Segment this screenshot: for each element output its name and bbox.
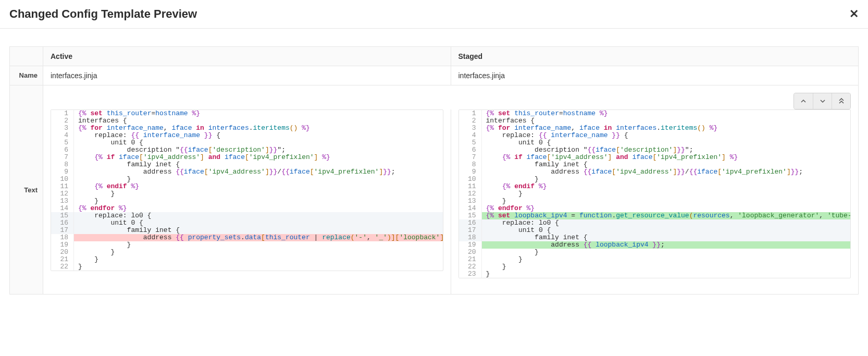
line-number: 3 [459, 125, 482, 132]
code-content: {% for interface_name, iface in interfac… [74, 125, 443, 132]
code-content: {% set this_router=hostname %} [74, 110, 443, 117]
code-line: 22 } [459, 263, 851, 271]
code-line: 18 address {{ property_sets.data[this_ro… [51, 234, 443, 241]
column-header-staged: Staged [451, 47, 859, 66]
code-content: interfaces { [482, 117, 851, 125]
columns-header-row: Active Staged [10, 47, 859, 66]
code-content: address {{iface['ipv4_address']}}/{{ifac… [482, 168, 851, 176]
code-line: 10 } [51, 176, 443, 183]
code-line: 7 {% if iface['ipv4_address'] and iface[… [51, 154, 443, 161]
close-icon[interactable]: ✕ [849, 8, 859, 20]
line-number: 20 [51, 249, 74, 256]
code-content: } [482, 256, 851, 263]
code-content: } [74, 190, 443, 198]
line-number: 15 [51, 212, 74, 219]
code-content: family inet { [74, 161, 443, 168]
code-content: replace: {{ interface_name }} { [74, 132, 443, 139]
code-line: 21 } [459, 256, 851, 263]
row-label-text: Text [10, 85, 43, 294]
code-line: 16 replace: lo0 { [459, 219, 851, 227]
line-number: 11 [459, 183, 482, 190]
line-number: 20 [459, 249, 482, 256]
top-diff-button[interactable] [832, 93, 850, 109]
line-number: 16 [459, 219, 482, 227]
code-content: family inet { [482, 234, 851, 241]
code-content: unit 0 { [482, 227, 851, 234]
toolbar-row: Text [10, 85, 859, 110]
line-number: 12 [459, 190, 482, 198]
code-line: 15 replace: lo0 { [51, 212, 443, 219]
line-number: 22 [51, 263, 74, 271]
next-diff-button[interactable] [813, 93, 832, 109]
line-number: 14 [51, 205, 74, 212]
code-content: } [482, 271, 851, 278]
line-number: 9 [51, 168, 74, 176]
line-number: 2 [51, 117, 74, 125]
code-active[interactable]: 1{% set this_router=hostname %}2interfac… [51, 109, 443, 271]
code-content: description "{{iface['description']}}"; [74, 146, 443, 154]
code-line: 2interfaces { [459, 117, 851, 125]
prev-diff-button[interactable] [794, 93, 813, 109]
code-line: 20 } [459, 249, 851, 256]
line-number: 22 [459, 263, 482, 271]
line-number: 15 [459, 212, 482, 219]
code-content: } [482, 176, 851, 183]
code-content: address {{ property_sets.data[this_route… [74, 234, 443, 241]
column-header-active: Active [43, 47, 451, 66]
line-number: 19 [51, 241, 74, 249]
line-number: 1 [459, 110, 482, 117]
code-content: {% endfor %} [482, 205, 851, 212]
code-line: 7 {% if iface['ipv4_address'] and iface[… [459, 154, 851, 161]
code-line: 12 } [459, 190, 851, 198]
code-line: 9 address {{iface['ipv4_address']}}/{{if… [459, 168, 851, 176]
code-line: 19 } [51, 241, 443, 249]
double-chevron-up-icon [839, 98, 844, 104]
code-content: } [74, 176, 443, 183]
code-content: } [482, 190, 851, 198]
code-line: 17 unit 0 { [459, 227, 851, 234]
line-number: 12 [51, 190, 74, 198]
code-line: 4 replace: {{ interface_name }} { [459, 132, 851, 139]
code-content: family inet { [74, 227, 443, 234]
code-content: {% endif %} [74, 183, 443, 190]
line-number: 13 [51, 198, 74, 205]
code-line: 15{% set loopback_ipv4 = function.get_re… [459, 212, 851, 219]
line-number: 14 [459, 205, 482, 212]
code-content: {% for interface_name, iface in interfac… [482, 125, 851, 132]
line-number: 17 [51, 227, 74, 234]
line-number: 10 [51, 176, 74, 183]
code-staged[interactable]: 1{% set this_router=hostname %}2interfac… [458, 109, 851, 278]
code-content: unit 0 { [482, 139, 851, 146]
code-line: 4 replace: {{ interface_name }} { [51, 132, 443, 139]
code-line: 6 description "{{iface['description']}}"… [51, 146, 443, 154]
code-content: interfaces { [74, 117, 443, 125]
line-number: 4 [459, 132, 482, 139]
code-content: unit 0 { [74, 139, 443, 146]
code-line: 16 unit 0 { [51, 219, 443, 227]
code-content: } [74, 241, 443, 249]
code-content: } [74, 249, 443, 256]
code-line: 6 description "{{iface['description']}}"… [459, 146, 851, 154]
code-line: 8 family inet { [51, 161, 443, 168]
line-number: 6 [51, 146, 74, 154]
code-content: unit 0 { [74, 219, 443, 227]
line-number: 4 [51, 132, 74, 139]
code-line: 13 } [459, 198, 851, 205]
line-number: 19 [459, 241, 482, 249]
code-content: {% endfor %} [74, 205, 443, 212]
code-content: } [74, 198, 443, 205]
code-line: 14{% endfor %} [459, 205, 851, 212]
code-content: } [482, 263, 851, 271]
chevron-down-icon [820, 99, 825, 104]
code-line: 13 } [51, 198, 443, 205]
code-content: {% endif %} [482, 183, 851, 190]
modal-header: Changed Config Template Preview ✕ [0, 0, 868, 29]
code-content: replace: {{ interface_name }} { [482, 132, 851, 139]
diff-table: Active Staged Name interfaces.jinja inte… [9, 46, 859, 294]
code-line: 11 {% endif %} [51, 183, 443, 190]
line-number: 18 [459, 234, 482, 241]
code-line: 11 {% endif %} [459, 183, 851, 190]
code-content: address {{iface['ipv4_address']}}/{{ifac… [74, 168, 443, 176]
code-content: } [74, 263, 443, 271]
code-line: 5 unit 0 { [459, 139, 851, 146]
